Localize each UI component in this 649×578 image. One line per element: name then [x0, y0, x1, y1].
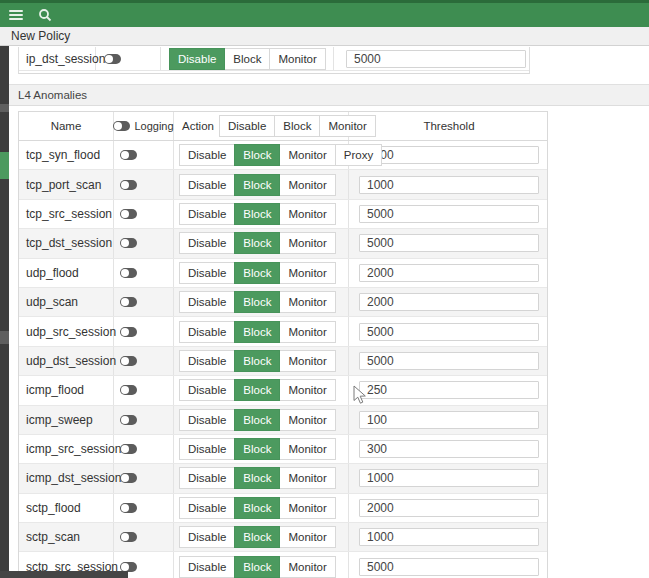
action-all-disable-button[interactable]: Disable — [219, 115, 275, 137]
action-monitor-button[interactable]: Monitor — [279, 409, 335, 431]
action-monitor-button[interactable]: Monitor — [279, 526, 335, 548]
logging-toggle[interactable] — [120, 150, 137, 160]
action-disable-button[interactable]: Disable — [179, 321, 235, 343]
action-disable-button[interactable]: Disable — [179, 409, 235, 431]
threshold-input[interactable] — [359, 323, 539, 341]
logging-toggle[interactable] — [120, 327, 137, 337]
logging-toggle[interactable] — [120, 415, 137, 425]
action-monitor-button[interactable]: Monitor — [279, 556, 335, 578]
action-disable-button[interactable]: Disable — [179, 556, 235, 578]
action-disable-button[interactable]: Disable — [179, 526, 235, 548]
tab-bar: New Policy — [0, 27, 649, 46]
action-block-button[interactable]: Block — [234, 291, 280, 313]
action-block-button[interactable]: Block — [234, 144, 280, 166]
logging-toggle[interactable] — [120, 209, 137, 219]
threshold-input[interactable] — [359, 440, 539, 458]
action-block-button[interactable]: Block — [234, 321, 280, 343]
action-monitor-button[interactable]: Monitor — [279, 467, 335, 489]
action-block-button[interactable]: Block — [234, 467, 280, 489]
action-monitor-button[interactable]: Monitor — [279, 321, 335, 343]
action-disable-button[interactable]: Disable — [169, 48, 225, 70]
action-all-block-button[interactable]: Block — [274, 115, 320, 137]
sidebar-divider — [0, 104, 9, 112]
logging-toggle[interactable] — [120, 356, 137, 366]
action-block-button[interactable]: Block — [234, 379, 280, 401]
anomaly-name: tcp_port_scan — [19, 170, 114, 198]
action-monitor-button[interactable]: Monitor — [279, 350, 335, 372]
action-disable-button[interactable]: Disable — [179, 497, 235, 519]
action-monitor-button[interactable]: Monitor — [279, 497, 335, 519]
action-block-button[interactable]: Block — [234, 497, 280, 519]
logging-toggle[interactable] — [120, 297, 137, 307]
column-header-action: Action Disable Block Monitor — [174, 112, 349, 140]
action-block-button[interactable]: Block — [234, 526, 280, 548]
logging-toggle[interactable] — [120, 180, 137, 190]
logging-toggle[interactable] — [120, 444, 137, 454]
logging-toggle[interactable] — [120, 268, 137, 278]
action-all-monitor-button[interactable]: Monitor — [319, 115, 375, 137]
action-monitor-button[interactable]: Monitor — [279, 438, 335, 460]
action-monitor-button[interactable]: Monitor — [279, 379, 335, 401]
threshold-input[interactable] — [359, 381, 539, 399]
action-monitor-button[interactable]: Monitor — [279, 174, 335, 196]
table-row: icmp_flood Disable Block Monitor — [19, 376, 547, 405]
collapsed-sidebar[interactable] — [0, 46, 9, 578]
threshold-input[interactable] — [359, 469, 539, 487]
threshold-input[interactable] — [359, 528, 539, 546]
action-disable-button[interactable]: Disable — [179, 203, 235, 225]
action-segmented-control: Disable Block Monitor — [179, 526, 336, 548]
search-icon[interactable] — [38, 8, 52, 22]
action-block-button[interactable]: Block — [234, 438, 280, 460]
action-disable-button[interactable]: Disable — [179, 232, 235, 254]
action-label: Action — [182, 120, 214, 132]
anomaly-name: tcp_src_session — [19, 200, 114, 228]
threshold-input[interactable] — [359, 558, 539, 576]
logging-toggle[interactable] — [104, 54, 121, 64]
tab-new-policy[interactable]: New Policy — [0, 29, 70, 43]
action-disable-button[interactable]: Disable — [179, 350, 235, 372]
action-segmented-control: Disable Block Monitor — [179, 350, 336, 372]
action-monitor-button[interactable]: Monitor — [269, 48, 325, 70]
action-block-button[interactable]: Block — [234, 350, 280, 372]
anomaly-name: udp_dst_session — [19, 347, 114, 375]
threshold-input[interactable] — [359, 499, 539, 517]
action-block-button[interactable]: Block — [224, 48, 270, 70]
action-monitor-button[interactable]: Monitor — [279, 291, 335, 313]
action-disable-button[interactable]: Disable — [179, 291, 235, 313]
action-block-button[interactable]: Block — [234, 262, 280, 284]
logging-toggle[interactable] — [120, 385, 137, 395]
threshold-input[interactable] — [359, 352, 539, 370]
action-disable-button[interactable]: Disable — [179, 144, 235, 166]
hamburger-menu-icon[interactable] — [9, 10, 23, 20]
logging-all-toggle[interactable] — [113, 121, 130, 131]
table-row: icmp_dst_session Disable Block Monitor — [19, 464, 547, 493]
action-monitor-button[interactable]: Monitor — [279, 262, 335, 284]
action-disable-button[interactable]: Disable — [179, 379, 235, 401]
action-block-button[interactable]: Block — [234, 203, 280, 225]
action-disable-button[interactable]: Disable — [179, 438, 235, 460]
action-block-button[interactable]: Block — [234, 409, 280, 431]
action-block-button[interactable]: Block — [234, 174, 280, 196]
threshold-input[interactable] — [359, 293, 539, 311]
threshold-input[interactable] — [359, 176, 539, 194]
action-segmented-control: Disable Block Monitor — [179, 291, 336, 313]
threshold-input[interactable] — [346, 50, 526, 68]
logging-toggle[interactable] — [120, 503, 137, 513]
threshold-input[interactable] — [359, 411, 539, 429]
threshold-input[interactable] — [359, 264, 539, 282]
action-proxy-button[interactable]: Proxy — [335, 144, 382, 166]
action-monitor-button[interactable]: Monitor — [279, 232, 335, 254]
action-monitor-button[interactable]: Monitor — [279, 144, 335, 166]
logging-toggle[interactable] — [120, 473, 137, 483]
logging-toggle[interactable] — [120, 532, 137, 542]
action-block-button[interactable]: Block — [234, 232, 280, 254]
logging-toggle[interactable] — [120, 238, 137, 248]
threshold-input[interactable] — [359, 234, 539, 252]
action-monitor-button[interactable]: Monitor — [279, 203, 335, 225]
action-disable-button[interactable]: Disable — [179, 262, 235, 284]
action-block-button[interactable]: Block — [234, 556, 280, 578]
action-disable-button[interactable]: Disable — [179, 174, 235, 196]
action-disable-button[interactable]: Disable — [179, 467, 235, 489]
threshold-input[interactable] — [359, 146, 539, 164]
threshold-input[interactable] — [359, 205, 539, 223]
